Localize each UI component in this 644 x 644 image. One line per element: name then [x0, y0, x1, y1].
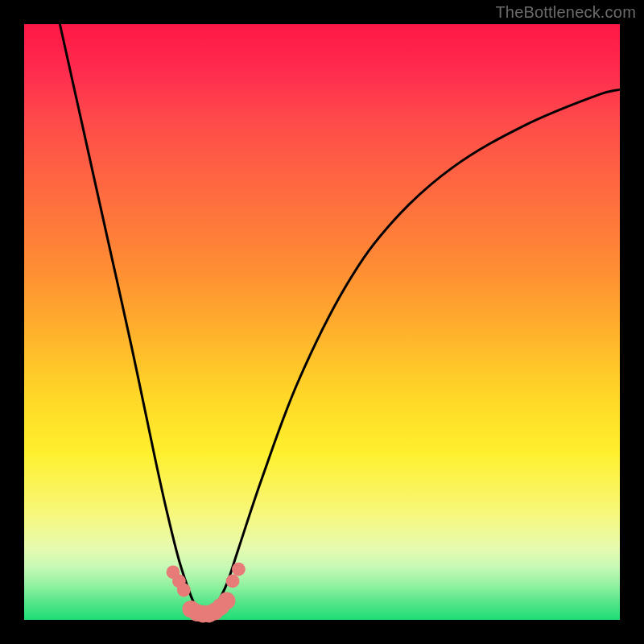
outer-frame: TheBottleneck.com	[0, 0, 644, 644]
bottleneck-curve	[60, 24, 620, 621]
marker-group	[167, 563, 246, 623]
marker-dot	[177, 584, 191, 597]
watermark-text: TheBottleneck.com	[495, 3, 636, 22]
chart-svg	[24, 24, 620, 620]
marker-dot	[218, 592, 236, 610]
marker-dot	[226, 575, 240, 588]
plot-area	[24, 24, 620, 620]
marker-dot	[232, 563, 246, 576]
